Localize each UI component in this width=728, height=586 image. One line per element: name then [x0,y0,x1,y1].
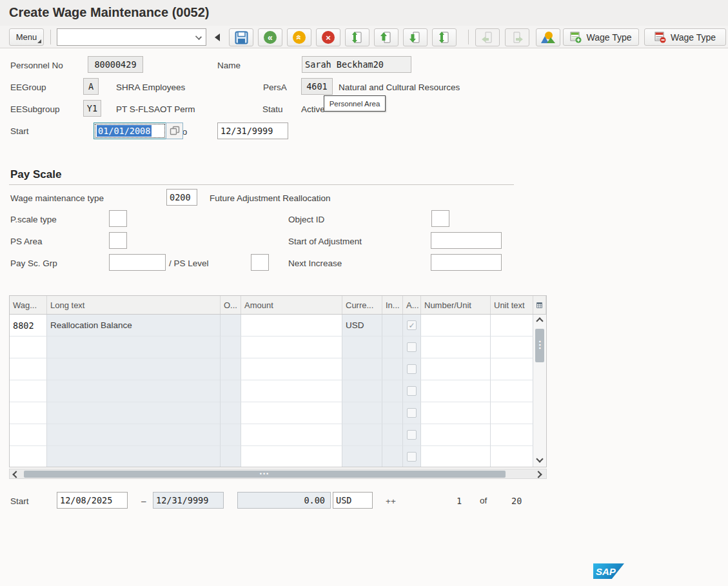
cell-wage-type[interactable] [10,424,47,446]
table-row[interactable] [10,446,546,467]
persa-label: PersA [263,83,287,92]
horizontal-scrollbar[interactable]: ••• [9,469,547,479]
cell-number-unit[interactable] [421,380,491,402]
overview-button[interactable] [536,28,560,46]
vertical-scrollbar[interactable]: ••• [533,315,546,467]
end-date-field[interactable]: 12/31/9999 [217,122,288,139]
chevron-down-icon[interactable] [195,34,202,40]
cell-unit-text[interactable] [491,446,533,467]
wage-type-add-button[interactable]: Wage Type [563,28,639,46]
cell-currency [342,380,382,402]
cell-approved [403,337,421,358]
scroll-down-icon[interactable] [537,456,542,462]
cell-amount[interactable] [241,424,342,446]
checkbox-icon[interactable] [407,408,417,418]
cell-wage-type[interactable] [10,358,47,380]
cell-number-unit[interactable] [421,358,491,380]
first-page-button[interactable] [345,28,369,46]
cell-amount[interactable] [241,402,342,424]
previous-page-button[interactable] [374,28,398,46]
scroll-left-icon[interactable] [14,472,19,477]
cell-amount[interactable] [241,380,342,402]
checkbox-icon[interactable] [407,452,417,462]
checkbox-icon[interactable] [407,364,417,374]
cell-number-unit[interactable] [421,315,491,337]
copy-button[interactable] [166,122,183,139]
column-header-a[interactable]: A... [403,296,421,314]
start-date-value: 01/01/2008 [97,125,152,137]
column-header-indirect[interactable]: In... [382,296,403,314]
start-date-field[interactable]: 01/01/2008 [93,122,166,139]
cell-unit-text[interactable] [491,424,533,446]
command-field[interactable] [57,28,206,46]
table-config-button[interactable] [533,296,546,314]
checkbox-icon[interactable] [407,342,417,352]
command-history-icon[interactable] [215,34,220,41]
ps-level-field[interactable] [251,254,269,271]
toolbar-separator [468,30,469,44]
exit-button[interactable]: « [287,28,311,46]
cell-indirect [382,402,403,424]
cell-wage-type[interactable] [10,337,47,358]
wage-type-delete-button[interactable]: Wage Type [644,28,726,46]
previous-page-icon [379,30,393,44]
table-row[interactable] [10,402,546,424]
next-increase-label: Next Increase [288,259,342,268]
checkbox-icon[interactable] [407,430,417,440]
cell-number-unit[interactable] [421,337,491,358]
table-row[interactable] [10,380,546,402]
cell-unit-text[interactable] [491,402,533,424]
next-page-button[interactable] [403,28,428,46]
last-page-button[interactable] [432,28,457,46]
scroll-right-icon[interactable] [536,472,541,477]
ps-area-field[interactable] [109,232,127,249]
name-field: Sarah Beckham20 [302,56,411,73]
cell-unit-text[interactable] [491,380,533,402]
cell-wage-type[interactable] [10,402,47,424]
cell-unit-text[interactable] [491,315,533,337]
column-header-number-unit[interactable]: Number/Unit [421,296,491,314]
cell-indirect [382,446,403,467]
column-header-operation[interactable]: O... [221,296,241,314]
column-header-long-text[interactable]: Long text [47,296,221,314]
cell-number-unit[interactable] [421,446,491,467]
object-id-field[interactable] [431,210,449,227]
cell-amount[interactable] [241,337,342,358]
cell-number-unit[interactable] [421,424,491,446]
table-row[interactable] [10,358,546,380]
cell-operation [221,402,241,424]
table-row[interactable]: 8802 Reallocation Balance USD ✓ [10,315,546,337]
column-header-wage-type[interactable]: Wag... [10,296,47,314]
pay-sc-grp-field[interactable] [109,254,166,271]
cell-unit-text[interactable] [491,337,533,358]
back-button[interactable]: « [258,28,282,46]
start-of-adjustment-field[interactable] [431,232,502,249]
save-button[interactable] [229,28,253,46]
cell-amount[interactable] [241,358,342,380]
menu-button[interactable]: Menu [9,28,44,46]
cell-wage-type[interactable]: 8802 [10,315,47,337]
checkbox-icon[interactable] [407,386,417,396]
wage-maintenance-type-field[interactable]: 0200 [166,189,197,206]
next-increase-field[interactable] [431,254,502,271]
table-row[interactable] [10,337,546,358]
cell-unit-text[interactable] [491,358,533,380]
cell-operation [221,424,241,446]
column-header-amount[interactable]: Amount [241,296,342,314]
cancel-button[interactable]: × [316,28,340,46]
column-header-currency[interactable]: Curre... [342,296,382,314]
horizontal-scroll-thumb[interactable]: ••• [24,471,506,478]
cell-wage-type[interactable] [10,380,47,402]
footer-start-date-field[interactable]: 12/08/2025 [57,492,128,509]
scroll-up-icon[interactable] [537,318,542,324]
table-row[interactable] [10,424,546,446]
cell-wage-type[interactable] [10,446,47,467]
cell-amount[interactable] [241,446,342,467]
pscale-type-field[interactable] [109,210,127,227]
cell-amount[interactable] [241,315,342,337]
footer-currency-field[interactable]: USD [333,492,373,509]
vertical-scroll-thumb[interactable]: ••• [535,329,544,362]
column-header-unit-text[interactable]: Unit text [491,296,533,314]
cell-indirect [382,315,403,337]
cell-number-unit[interactable] [421,402,491,424]
